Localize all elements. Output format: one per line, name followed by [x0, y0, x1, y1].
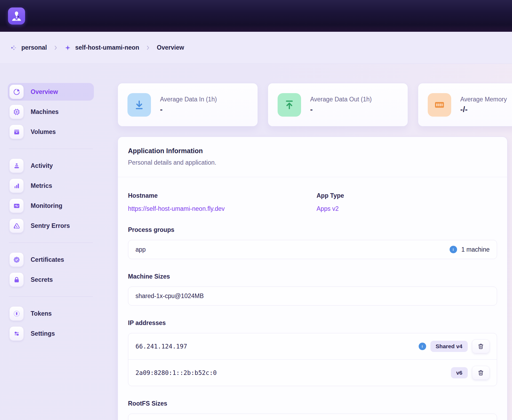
breadcrumb-app[interactable]: self-host-umami-neon	[65, 44, 139, 51]
stat-card-text: Average Memory -/-	[460, 96, 507, 114]
delete-ip-button[interactable]	[472, 339, 490, 353]
sidebar-item-label: Settings	[31, 330, 55, 337]
app-type-link[interactable]: Apps v2	[317, 205, 339, 212]
sidebar-item-machines[interactable]: Machines	[8, 103, 94, 121]
sidebar-divider	[9, 243, 93, 243]
sidebar-item-volumes[interactable]: Volumes	[8, 123, 94, 141]
settings-sliders-icon	[9, 326, 24, 341]
top-header	[0, 0, 512, 32]
stat-card-title: Average Data In (1h)	[160, 96, 217, 103]
sidebar: Overview Machines Volumes	[8, 83, 94, 345]
sidebar-item-secrets[interactable]: Secrets	[8, 271, 94, 288]
stat-card-value: -/-	[460, 105, 507, 114]
ip-addresses-section: IP addresses 66.241.124.197	[128, 319, 497, 386]
machine-size-row: shared-1x-cpu@1024MB	[128, 287, 497, 306]
sidebar-item-tokens[interactable]: Tokens	[8, 305, 94, 322]
sidebar-divider	[9, 149, 93, 149]
machine-sizes-label: Machine Sizes	[128, 273, 497, 280]
stat-card-value: -	[160, 105, 217, 114]
sidebar-item-activity[interactable]: Activity	[8, 157, 94, 175]
hostname-label: Hostname	[128, 192, 317, 199]
rootfs-size-row: 171 MB	[128, 414, 497, 420]
download-arrow-icon	[127, 93, 151, 117]
lock-icon	[9, 272, 24, 287]
stat-card-title: Average Data Out (1h)	[310, 96, 372, 103]
process-group-row: app 1 machine	[128, 240, 497, 259]
stat-card-data-out: Average Data Out (1h) -	[268, 83, 408, 126]
pulse-monitor-icon	[9, 199, 24, 213]
breadcrumb-page[interactable]: Overview	[157, 44, 184, 51]
breadcrumb-org[interactable]: personal	[11, 44, 47, 51]
rootfs-sizes-section: RootFS Sizes 171 MB	[128, 400, 497, 420]
process-group-name: app	[135, 246, 146, 253]
ip-row-v4: 66.241.124.197 Shared v4	[128, 333, 497, 359]
stat-card-text: Average Data Out (1h) -	[310, 96, 372, 114]
sidebar-item-label: Monitoring	[31, 202, 62, 209]
sidebar-item-label: Secrets	[31, 276, 53, 283]
org-dots-icon	[11, 45, 17, 51]
sidebar-item-metrics[interactable]: Metrics	[8, 177, 94, 195]
sidebar-item-label: Metrics	[31, 182, 52, 189]
fly-logo[interactable]	[8, 7, 25, 25]
trash-icon	[478, 343, 484, 350]
sidebar-item-label: Machines	[31, 108, 59, 116]
sidebar-item-label: Volumes	[31, 128, 56, 136]
machines-count: 1 machine	[461, 246, 490, 253]
app-card-subtitle: Personal details and application.	[128, 159, 497, 166]
rootfs-sizes-label: RootFS Sizes	[128, 400, 497, 407]
ip-row-actions: Shared v4	[419, 339, 490, 353]
volume-box-icon	[9, 125, 24, 139]
sidebar-item-certificates[interactable]: Certificates	[8, 251, 94, 268]
sidebar-item-label: Sentry Errors	[31, 222, 70, 229]
process-group-machines: 1 machine	[450, 246, 490, 253]
breadcrumb-app-label: self-host-umami-neon	[75, 44, 139, 51]
info-icon[interactable]	[450, 246, 457, 253]
process-groups-label: Process groups	[128, 226, 497, 233]
activity-stack-icon	[9, 159, 24, 173]
fly-balloon-icon	[10, 10, 23, 22]
trash-icon	[478, 370, 484, 376]
app-card-body: Hostname https://self-host-umami-neon.fl…	[118, 177, 507, 420]
stat-card-memory: Average Memory -/-	[418, 83, 512, 126]
application-information-card: Application Information Personal details…	[118, 137, 507, 420]
ip-addresses-label: IP addresses	[128, 319, 497, 327]
machine-size-value: shared-1x-cpu@1024MB	[135, 292, 204, 300]
ip-address: 66.241.124.197	[135, 343, 187, 350]
sidebar-item-label: Tokens	[31, 310, 52, 317]
app-sparkle-icon	[65, 45, 71, 51]
ip-address: 2a09:8280:1::2b:b52c:0	[135, 369, 217, 376]
delete-ip-button[interactable]	[472, 366, 490, 380]
machine-sizes-section: Machine Sizes shared-1x-cpu@1024MB	[128, 273, 497, 306]
process-groups-section: Process groups app 1 machine	[128, 226, 497, 259]
app-card-title: Application Information	[128, 147, 497, 155]
upload-arrow-icon	[278, 93, 301, 117]
ip-row-actions: v6	[451, 366, 490, 380]
app-type-field: App Type Apps v2	[317, 192, 497, 212]
chevron-right-icon	[53, 45, 59, 51]
sidebar-item-monitoring[interactable]: Monitoring	[8, 197, 94, 215]
cpu-icon	[9, 105, 24, 119]
ip-addresses-list: 66.241.124.197 Shared v4	[128, 333, 497, 386]
stat-cards-row: Average Data In (1h) - Average Data Out …	[118, 83, 512, 126]
stat-card-title: Average Memory	[460, 96, 507, 103]
sidebar-item-settings[interactable]: Settings	[8, 325, 94, 342]
main-content: Average Data In (1h) - Average Data Out …	[118, 83, 512, 420]
sidebar-item-sentry-errors[interactable]: Sentry Errors	[8, 217, 94, 235]
sidebar-item-label: Overview	[31, 88, 58, 96]
page-layout: Overview Machines Volumes	[0, 64, 512, 420]
overview-pie-icon	[9, 85, 24, 99]
token-keyhole-icon	[9, 306, 24, 321]
stat-card-value: -	[310, 105, 372, 114]
certificate-badge-icon	[9, 252, 24, 267]
sidebar-item-overview[interactable]: Overview	[8, 83, 94, 101]
hostname-field: Hostname https://self-host-umami-neon.fl…	[128, 192, 317, 212]
breadcrumb: personal self-host-umami-neon Overview	[0, 32, 512, 64]
ip-type-badge: Shared v4	[430, 341, 468, 352]
info-icon[interactable]	[419, 343, 426, 350]
app-card-header: Application Information Personal details…	[118, 137, 507, 177]
hostname-link[interactable]: https://self-host-umami-neon.fly.dev	[128, 205, 225, 212]
bar-chart-icon	[9, 179, 24, 193]
sidebar-item-label: Certificates	[31, 256, 64, 263]
stat-card-text: Average Data In (1h) -	[160, 96, 217, 114]
ip-type-badge: v6	[451, 367, 468, 378]
